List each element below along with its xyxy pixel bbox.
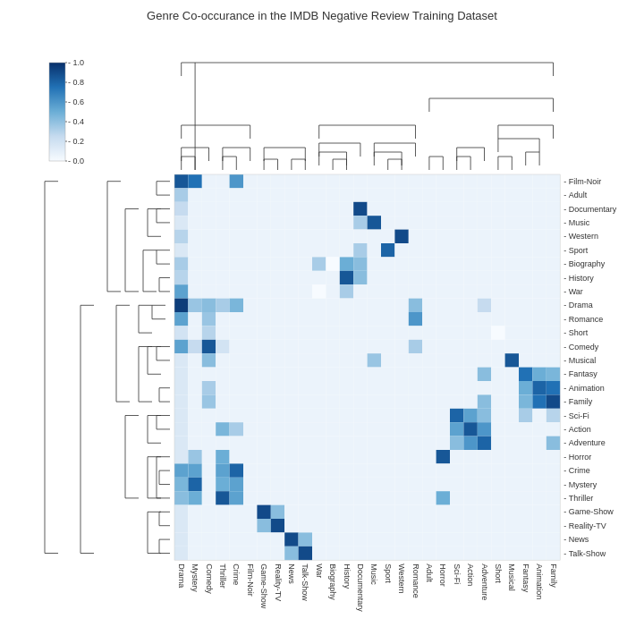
chart-container: Genre Co-occurance in the IMDB Negative … xyxy=(0,0,644,644)
heatmap-canvas xyxy=(0,0,644,644)
